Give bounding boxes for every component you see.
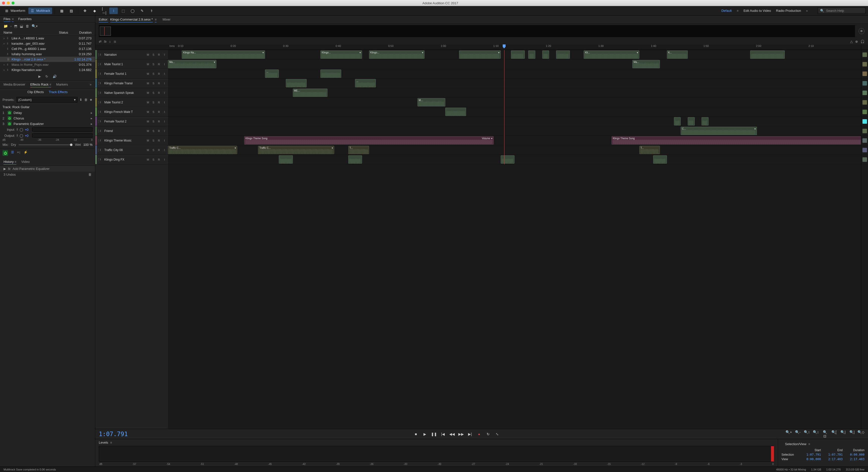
clip-menu-icon[interactable]: ▾ [332, 147, 333, 149]
track-lane[interactable]: ... [168, 79, 861, 88]
track-name[interactable]: Male Tourist 1 [104, 62, 146, 66]
output-knob-icon[interactable]: ◯ [20, 134, 23, 138]
sel-end[interactable]: 1:07.791 [824, 453, 843, 456]
track-header[interactable]: ⋮ ⫴ Narration M S R I [95, 50, 168, 59]
markers-tab[interactable]: Markers [56, 83, 68, 86]
lasso-tool-icon[interactable]: ◯ [128, 7, 137, 14]
mute-button[interactable]: M [146, 63, 150, 66]
audio-clip[interactable] [501, 155, 515, 164]
fx-power-icon[interactable]: ⏻ [7, 111, 11, 115]
track-header[interactable]: ⋮ ⫴ Female Tourist 1 M S R I [95, 69, 168, 79]
clip-menu-icon[interactable]: ▾ [360, 51, 361, 54]
monitor-input-button[interactable]: I [162, 158, 166, 161]
fx-power-icon[interactable]: ⏻ [7, 122, 11, 126]
zoom-in-icon[interactable]: 🔍+ [785, 430, 792, 438]
move-tool-icon[interactable]: ✥ [81, 7, 89, 14]
solo-button[interactable]: S [151, 158, 155, 161]
file-row[interactable]: ⫴ Cell Ph...g 48000 1.wav 0:17.136 [0, 46, 95, 52]
file-row[interactable]: ⫴ lullaby humming.wav 0:19.250 [0, 52, 95, 57]
files-tab[interactable]: Files≡ [3, 17, 13, 21]
maximize-window-button[interactable] [11, 1, 14, 4]
arm-record-button[interactable]: R [157, 158, 161, 161]
sel-start[interactable]: 1:07.791 [802, 453, 821, 456]
audio-clip[interactable]: Klingo Na...▾ [182, 51, 265, 59]
arm-record-button[interactable]: R [157, 72, 161, 75]
track-name[interactable]: Traffic City 08 [104, 148, 146, 152]
mixer-tab[interactable]: Mixer [162, 18, 170, 21]
mute-button[interactable]: M [146, 149, 150, 152]
mix-slider[interactable] [19, 144, 72, 145]
track-lane[interactable]: Klingo Theme SongVolume▾Klingo Theme Son… [168, 136, 861, 145]
video-tab[interactable]: Video [21, 160, 30, 164]
workspace-overflow-icon[interactable]: » [806, 9, 808, 12]
sel-dur[interactable]: 0:00.000 [845, 453, 865, 456]
panel-expand-icon[interactable]: » [90, 83, 92, 86]
zoom-full-icon[interactable]: 🔍⊡ [822, 430, 828, 438]
close-file-icon[interactable]: 🗑 [26, 24, 29, 28]
arm-record-button[interactable]: R [157, 63, 161, 66]
arm-record-button[interactable]: R [157, 110, 161, 113]
mute-button[interactable]: M [146, 158, 150, 161]
eq-icon[interactable]: ⫼ [113, 40, 117, 43]
close-window-button[interactable] [2, 1, 5, 4]
workspace-default[interactable]: Default [721, 9, 732, 12]
effects-rack-tab[interactable]: Effects Rack ≡ [30, 83, 51, 86]
waveform-view-button[interactable]: ⊞ Waveform [2, 7, 27, 14]
time-selection-tool-icon[interactable]: I [109, 7, 118, 14]
view-start[interactable]: 0:00.000 [802, 458, 821, 461]
monitor-input-button[interactable]: I [162, 82, 166, 85]
snap-icon[interactable]: ⊕ [855, 40, 858, 43]
expand-icon[interactable]: › [3, 36, 7, 40]
solo-button[interactable]: S [151, 110, 155, 113]
clip-effects-tab[interactable]: Clip Effects [27, 90, 44, 94]
rack-power-button[interactable]: ⏻ [2, 150, 8, 156]
go-start-button[interactable]: |◀ [439, 432, 446, 436]
track-effects-tab[interactable]: Track Effects [49, 90, 68, 94]
play-button[interactable]: ▶ [422, 432, 429, 436]
arm-record-button[interactable]: R [157, 53, 161, 56]
col-name[interactable]: Name [3, 31, 59, 34]
track-name[interactable]: Female Tourist 1 [104, 72, 146, 76]
track-grip-icon[interactable]: ⋮ [97, 129, 100, 133]
clip-menu-icon[interactable]: ▾ [637, 51, 638, 54]
search-help-input[interactable]: 🔍 Search Help [818, 7, 866, 14]
track-name[interactable]: Male Tourist 2 [104, 100, 146, 104]
monitor-input-button[interactable]: I [162, 149, 166, 152]
arm-record-button[interactable]: R [157, 120, 161, 123]
marquee-tool-icon[interactable]: ⬚ [119, 7, 127, 14]
levels-menu-icon[interactable]: ≡ [110, 441, 112, 444]
track-lane[interactable]: ME... [168, 88, 861, 98]
audio-clip[interactable]: T... [639, 146, 660, 154]
solo-button[interactable]: S [151, 139, 155, 142]
file-row[interactable]: › ⫴ Like A ...t 48000 1.wav 0:07.273 [0, 36, 95, 41]
fx-icon[interactable]: fx [104, 40, 106, 43]
files-menu-icon[interactable]: ≡ [12, 17, 13, 21]
fx-slot[interactable]: 1⏻Delay▸ [0, 110, 95, 115]
track-header[interactable]: ⋮ ⫴ Klingo Female Transl M S R I [95, 79, 168, 88]
view-options-icon[interactable]: 👁 [859, 28, 865, 34]
rack-list-icon[interactable]: ☰ [11, 150, 14, 156]
clip-menu-icon[interactable]: ▾ [262, 51, 264, 54]
audio-clip[interactable]: ME... [293, 89, 328, 97]
monitor-input-button[interactable]: I [162, 63, 166, 66]
mute-button[interactable]: M [146, 139, 150, 142]
track-name[interactable]: Klingo Theme Music [104, 139, 146, 142]
track-name[interactable]: Native Spanish Speak [104, 91, 146, 95]
audio-clip[interactable]: Traffic C...▾ [168, 146, 237, 154]
audio-clip[interactable]: Klingo...▾ [320, 51, 362, 59]
open-file-icon[interactable]: 📁 [3, 24, 8, 28]
loop-icon[interactable]: ↻ [45, 75, 48, 78]
track-grip-icon[interactable]: ⋮ [97, 157, 100, 161]
playhead[interactable] [504, 50, 504, 165]
monitor-input-button[interactable]: I [162, 91, 166, 94]
audio-clip[interactable]: Ma... [632, 60, 660, 68]
expand-icon[interactable]: › [3, 68, 7, 72]
solo-button[interactable]: S [151, 149, 155, 152]
workspace-radio[interactable]: Radio Production [776, 9, 801, 12]
track-lane[interactable]: Traffic C...▾Traffic C...▾T...T... [168, 145, 861, 155]
new-file-icon[interactable]: ▫ [10, 24, 11, 28]
skip-selection-button[interactable]: ⤡ [494, 432, 501, 436]
preset-select[interactable]: (Custom)▾ [17, 97, 78, 102]
metronome-icon[interactable]: △ [850, 40, 853, 43]
track-lane[interactable]: Klingo Na...▾Klingo...▾Klingo...▾▾Kli...… [168, 50, 861, 59]
